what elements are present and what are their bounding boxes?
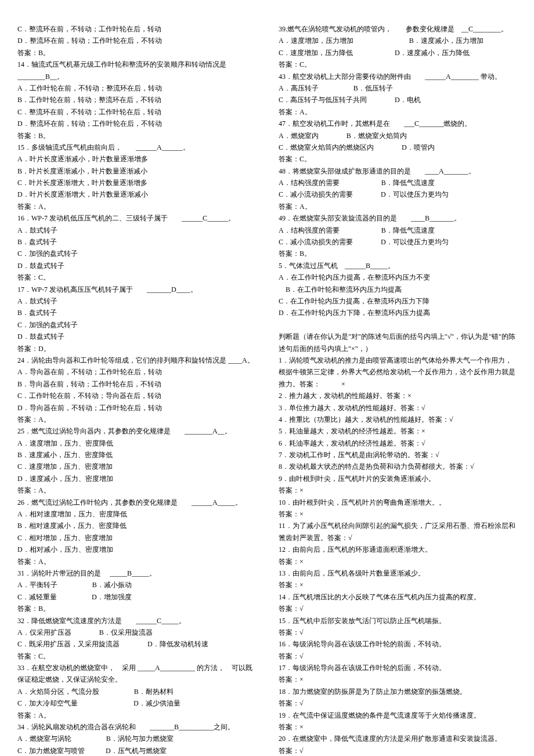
text-line: 19．在气流中保证温度燃烧的条件是气流速度等于火焰传播速度。 [279,710,517,721]
text-line: D．导向器在前，不转动；工作叶轮在后，转动 [17,402,255,414]
text-line: 16．每级涡轮导向器在该级工作叶轮的前面，不转动。 [279,638,517,650]
text-line: A．鼓式转子 [17,225,255,236]
text-line: 答案：C。 [279,59,517,70]
text-line: A．相对速度增加，压力、密度降低 [17,508,255,520]
text-line: 25．燃气流过涡轮导向器内，其参数的变化规律是 ________A__。 [17,425,255,437]
text-line: 49．在燃烧室头部安装旋流器的目的是 ____B_______。 [279,212,517,224]
text-line: A．平衡转子 B．减小振动 [17,579,255,591]
text-line: C．减小流动损失的需要 D．可以使压力更均匀 [279,189,517,200]
text-line: 答案：C。 [279,153,517,165]
text-line: D．在工作叶轮内压力下降，在整流环内压力提高 [279,307,517,319]
text-line: 18．加力燃烧室的防振屏是为了防止加力燃烧室的振荡燃烧。 [279,686,517,697]
text-line: 15．多级轴流式压气机由前向后， ______A______。 [17,142,255,153]
text-line: A．火焰筒分区，气流分股 B．耐热材料 [17,686,255,697]
text-line: A．导向器在前，不转动；工作叶轮在后，转动 [17,366,255,378]
text-line: 32．降低燃烧室气流速度的方法是 ______C_____。 [17,615,255,627]
text-line: C．高压转子与低压转子共同 D．电机 [279,94,517,106]
text-line: 14．压气机增压比的大小反映了气体在压气机内压力提高的程度。 [279,591,517,603]
text-line: C．在工作叶轮内压力提高，在整流环内压力下降 [279,295,517,307]
text-line: 答案：√ [279,603,517,614]
text-line: A．工作叶轮在前，不转动；整流环在后，转动 [17,82,255,94]
text-line: D．整流环在前，转动；工作叶轮在后，不转动 [17,35,255,46]
text-line: 24．涡轮由导向器和工作叶轮等组成，它们的排列顺序和旋转情况是 ____A。 [17,355,255,366]
text-line: 答案：B。 [17,130,255,142]
text-line: 答案：A。 [279,201,517,212]
text-line: 14．轴流式压气机基元级工作叶轮和整流环的安装顺序和转动情况是 ________… [17,59,255,82]
text-line: 答案：√ [279,627,517,638]
text-line: C．加力燃烧室与喷管 D．压气机与燃烧室 [17,745,255,756]
text-line: 5．耗油量越大，发动机的经济性越差。答案：× [279,425,517,437]
text-line: 31．涡轮叶片带冠的目的是 _____B_____。 [17,567,255,579]
text-line: 2．推力越大，发动机的性能越好。答案：× [279,390,517,401]
text-line: 34．涡轮风扇发动机的混合器在涡轮和 _______B__________之间。 [17,721,255,733]
text-line: 11．为了减小压气机径向间隙引起的漏气损失，广泛采用石墨、滑石粉涂层和篦齿封严装… [279,520,517,544]
text-line: 3．单位推力越大，发动机的性能越好。答案：√ [279,402,517,414]
text-line: 12．由前向后，压气机的环形通道面积逐渐增大。 [279,544,517,555]
text-line: 答案：B。 [17,603,255,614]
text-line: 答案：√ [279,745,517,756]
text-line: 1．涡轮喷气发动机的推力是由喷管高速喷出的气体给外界大气一个作用力，根据牛顿第三… [279,355,517,390]
text-line: 8．发动机最大状态的特点是热负荷和动力负荷都很大。答案：√ [279,461,517,472]
text-line: C．加强的盘式转子 [17,319,255,331]
text-line: 4．推重比（功重比）越大，发动机的性能越好。答案：√ [279,414,517,425]
text-line: 10．由叶根到叶尖，压气机叶片的弯曲角逐渐增大。。 [279,497,517,508]
text-line: C．速度增加，压力降低 D．速度减小，压力降低 [279,47,517,59]
text-line: 答案：× [279,484,517,496]
text-line: 答案：D。 [17,343,255,355]
text-line: A．速度增加，压力增加 B．速度减小，压力增加 [279,35,517,46]
text-line: 答案：A。 [17,710,255,721]
text-line: 答案：√ [279,697,517,709]
text-line: 答案：A。 [17,484,255,496]
text-line: 答案：C。 [17,272,255,283]
text-line: C．相对增加，压力、密度增加 [17,532,255,544]
text-line: 9．由叶根到叶尖，压气机叶片的安装角逐渐减小。 [279,473,517,484]
text-line: 答案：× [279,556,517,567]
text-line: B．速度减小，压力、密度降低 [17,449,255,461]
text-line: A．叶片长度逐渐减小，叶片数量逐渐增多 [17,153,255,165]
text-line: 答案：A。 [279,106,517,118]
text-line: 判断题（请在你认为是"对"的陈述句后面的括号内填上"√"，你认为是"错"的陈述句… [279,331,517,355]
text-line: 答案：× [279,674,517,685]
text-line: A．速度增加，压力、密度降低 [17,437,255,449]
text-line: 答案：B。 [279,248,517,259]
text-line: 13．由前向后，压气机各级叶片数量逐渐减少。 [279,567,517,579]
text-line: B．导向器在前，转动；工作叶轮在后，不转动 [17,378,255,390]
text-line: 47．航空发动机工作时，其燃料是在 ___C_______燃烧的。 [279,118,517,129]
text-line: C．加大冷却空气量 D．减少供油量 [17,697,255,709]
text-line: A．结构强度的需要 B．降低气流速度 [279,225,517,236]
text-line: 答案：× [279,721,517,733]
text-line: 26．燃气流过涡轮工作叶轮内，其参数的变化规律是 ______A_____。 [17,497,255,508]
text-line: 43．航空发动机上大部分需要传动的附件由 ______A________ 带动。 [279,71,517,82]
text-line: D．叶片长度逐渐增大，叶片数量逐渐减小 [17,189,255,200]
text-line: A．结构强度的需要 B．降低气流速度 [279,177,517,189]
text-line: A．鼓式转子 [17,295,255,307]
text-line: 答案：× [279,508,517,520]
text-line: 5．气体流过压气机 ______B_____。 [279,260,517,272]
text-line: A．燃烧室内 B．燃烧室火焰筒内 [279,130,517,142]
text-line: 答案：A。 [17,556,255,567]
text-line: 15．压气机中后部安装放气活门可以防止压气机喘振。 [279,615,517,627]
text-line: C．工作叶轮在前，不转动；导向器在后，转动 [17,390,255,401]
text-line: C．整流环在前，不转动；工作叶轮在后，转动 [17,106,255,118]
text-line: 答案：A。 [17,201,255,212]
text-line: A．仅采用扩压器 B．仅采用旋流器 [17,627,255,638]
text-line: B．叶片长度逐渐减小，叶片数量逐渐减小 [17,165,255,177]
text-line: B．在工作叶轮和整流环内压力均提高 [279,284,517,295]
text-line: C．减小流动损失的需要 D．可以使压力更均匀 [279,236,517,248]
text-line: C．减轻重量 D．增加强度 [17,591,255,603]
text-line: 答案：C。 [17,650,255,662]
text-line: D．鼓盘式转子 [17,331,255,342]
text-line: C．燃烧室火焰筒内的燃烧区内 D．喷管内 [279,142,517,153]
text-line: B．相对速度减小，压力、密度降低 [17,520,255,531]
text-line: A．燃烧室与涡轮 B．涡轮与加力燃烧室 [17,733,255,744]
text-line: 7．发动机工作时，压气机是由涡轮带动的。答案：√ [279,449,517,461]
text-line: B．盘式转子 [17,307,255,319]
text-line: C．速度增加，压力、密度增加 [17,461,255,472]
text-line: D．整流环在前，转动；工作叶轮在后，不转动 [17,118,255,129]
text-line: D．鼓盘式转子 [17,260,255,272]
text-line: A．在工作叶轮内压力提高，在整流环内压力不变 [279,272,517,283]
text-line: 48．将燃烧室头部做成扩散形通道的目的是 ____A_______。 [279,165,517,177]
text-line: 6．耗油率越大，发动机的经济性越差。答案：√ [279,437,517,449]
text-line: 答案：× [279,579,517,591]
text-line: C．叶片长度逐渐增大，叶片数量逐渐增多 [17,177,255,189]
